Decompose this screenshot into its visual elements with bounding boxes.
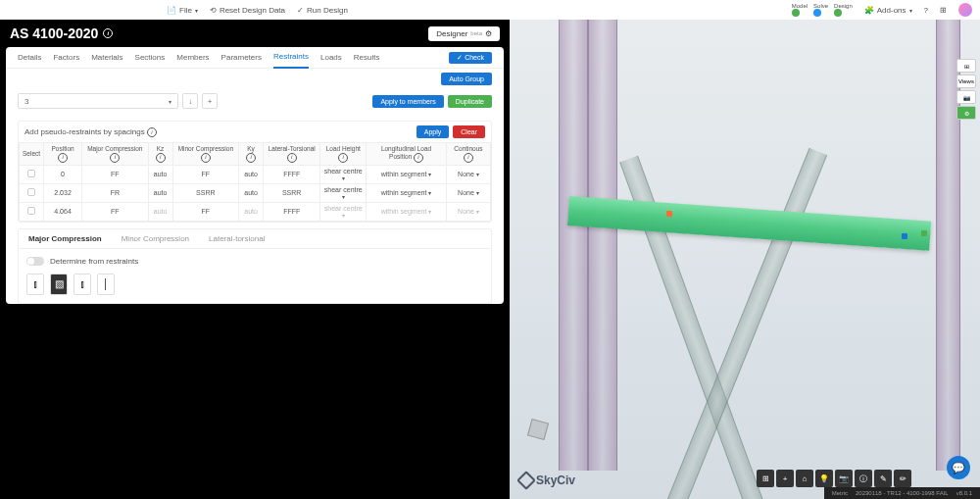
tab-results[interactable]: Results bbox=[354, 47, 380, 68]
cell-llp[interactable]: within segment ▾ bbox=[367, 183, 447, 202]
col-position: Position i bbox=[44, 143, 82, 166]
cell-lt[interactable]: SSRR bbox=[264, 183, 320, 202]
cell-major[interactable]: FF bbox=[82, 165, 149, 183]
apps-icon[interactable]: ⊞ bbox=[940, 6, 947, 15]
cell-ky[interactable]: auto bbox=[239, 165, 264, 183]
cell-major[interactable]: FR bbox=[82, 183, 149, 202]
tab-materials[interactable]: Materials bbox=[91, 47, 122, 68]
info-icon[interactable]: i bbox=[103, 28, 113, 38]
version-label: v8.0.1 bbox=[956, 490, 972, 496]
cell-kz[interactable]: auto bbox=[148, 202, 172, 221]
row-checkbox[interactable] bbox=[20, 183, 44, 202]
member-select[interactable]: 3▾ bbox=[18, 93, 178, 109]
cell-position[interactable]: 0 bbox=[44, 165, 82, 183]
col-select: Select bbox=[20, 143, 44, 166]
top-menubar: 📄File▾ ⟲Reset Design Data ✓Run Design Mo… bbox=[0, 0, 980, 20]
restraints-table: Select Position i Major Compression i Kz… bbox=[19, 142, 491, 222]
restraint-type-3[interactable]: ⫿ bbox=[74, 274, 91, 295]
selected-beam[interactable] bbox=[567, 196, 931, 251]
tab-restraints[interactable]: Restraints bbox=[273, 46, 309, 69]
cell-cont[interactable]: None ▾ bbox=[446, 202, 490, 221]
duplicate-button[interactable]: Duplicate bbox=[448, 95, 492, 108]
units-label[interactable]: Metric bbox=[832, 490, 848, 496]
vp-tool-7[interactable]: ✎ bbox=[874, 470, 892, 487]
row-checkbox[interactable] bbox=[20, 165, 44, 183]
spacing-label: Add pseudo-restraints by spacings i bbox=[24, 127, 413, 137]
tab-members[interactable]: Members bbox=[176, 47, 209, 68]
cell-lh[interactable]: shear centre ▾ bbox=[320, 165, 367, 183]
cell-minor[interactable]: SSRR bbox=[172, 183, 239, 202]
cell-major[interactable]: FF bbox=[82, 202, 149, 221]
add-button[interactable]: + bbox=[202, 93, 218, 109]
main-tabs: Details Factors Materials Sections Membe… bbox=[6, 47, 504, 69]
3d-viewport[interactable]: ⊞ Views 📷 ⚙ SkyCiv ⊞ + ⌂ 💡 📷 ⓘ ✎ ✏ 💬 Met… bbox=[510, 20, 980, 499]
vp-expand-icon[interactable]: ⊞ bbox=[956, 59, 976, 73]
cell-llp[interactable]: within segment ▾ bbox=[367, 165, 447, 183]
info-icon[interactable]: i bbox=[147, 127, 157, 137]
cell-lh[interactable]: shear centre ▾ bbox=[320, 183, 367, 202]
vp-tool-1[interactable]: ⊞ bbox=[757, 470, 774, 487]
help-icon[interactable]: ? bbox=[924, 6, 928, 15]
restraint-type-1[interactable]: ⫿ bbox=[26, 274, 44, 295]
avatar[interactable] bbox=[958, 3, 972, 17]
cell-position[interactable]: 2.032 bbox=[44, 183, 82, 202]
vp-tool-8[interactable]: ✏ bbox=[894, 470, 911, 487]
cell-minor[interactable]: FF bbox=[172, 165, 239, 183]
vp-tool-6[interactable]: ⓘ bbox=[855, 470, 872, 487]
subtab-lt[interactable]: Lateral-torsional bbox=[199, 229, 274, 248]
tab-factors[interactable]: Factors bbox=[53, 47, 79, 68]
auto-group-button[interactable]: Auto Group bbox=[441, 73, 492, 85]
tab-sections[interactable]: Sections bbox=[135, 47, 166, 68]
file-menu[interactable]: 📄File▾ bbox=[167, 6, 198, 15]
download-button[interactable]: ↓ bbox=[182, 93, 198, 109]
check-button[interactable]: ✓ Check bbox=[449, 52, 492, 64]
tab-parameters[interactable]: Parameters bbox=[221, 47, 262, 68]
tab-loads[interactable]: Loads bbox=[320, 47, 342, 68]
cell-lt[interactable]: FFFF bbox=[264, 202, 320, 221]
chat-fab[interactable]: 💬 bbox=[947, 456, 970, 479]
tab-details[interactable]: Details bbox=[18, 47, 41, 68]
subtab-major[interactable]: Major Compression bbox=[19, 229, 112, 248]
vp-tool-4[interactable]: 💡 bbox=[815, 470, 833, 487]
axis-gizmo[interactable] bbox=[529, 421, 559, 450]
status-bar: Metric 20230118 - TR12 - 4100-1998 FAIL … bbox=[824, 487, 980, 499]
build-label: 20230118 - TR12 - 4100-1998 FAIL bbox=[856, 490, 949, 496]
cell-kz[interactable]: auto bbox=[148, 165, 172, 183]
viewport-sidebar: ⊞ Views 📷 ⚙ bbox=[956, 59, 976, 120]
apply-to-members-button[interactable]: Apply to members bbox=[372, 95, 443, 108]
row-checkbox[interactable] bbox=[20, 202, 44, 221]
clear-button[interactable]: Clear bbox=[453, 125, 485, 138]
col-ky: Ky i bbox=[239, 143, 264, 166]
solve-status: Model Solve Design bbox=[792, 3, 853, 18]
run-design[interactable]: ✓Run Design bbox=[297, 6, 348, 15]
cell-kz[interactable]: auto bbox=[148, 183, 172, 202]
col-llp: Longitudinal Load Position i bbox=[367, 143, 447, 166]
cell-ky[interactable]: auto bbox=[239, 202, 264, 221]
cell-position[interactable]: 4.064 bbox=[44, 202, 82, 221]
restraint-type-2[interactable]: ▧ bbox=[50, 274, 68, 295]
vp-settings-icon[interactable]: ⚙ bbox=[956, 106, 976, 120]
left-panel: AS 4100-2020i Designerbeta⚙ Details Fact… bbox=[0, 20, 510, 499]
cell-ky[interactable]: auto bbox=[239, 183, 264, 202]
vp-camera-icon[interactable]: 📷 bbox=[956, 90, 976, 104]
designer-dropdown[interactable]: Designerbeta⚙ bbox=[428, 26, 500, 41]
cell-minor[interactable]: FF bbox=[172, 202, 239, 221]
cell-lt[interactable]: FFFF bbox=[264, 165, 320, 183]
col-lh: Load Height i bbox=[320, 143, 367, 166]
cell-cont[interactable]: None ▾ bbox=[446, 183, 490, 202]
vp-tool-5[interactable]: 📷 bbox=[835, 470, 853, 487]
apply-button[interactable]: Apply bbox=[416, 125, 450, 138]
restraint-type-4[interactable]: │ bbox=[97, 274, 115, 295]
vp-tool-2[interactable]: + bbox=[776, 470, 794, 487]
cell-llp[interactable]: within segment ▾ bbox=[367, 202, 447, 221]
addons-menu[interactable]: 🧩Add-ons▾ bbox=[864, 6, 912, 15]
col-major: Major Compression i bbox=[82, 143, 149, 166]
cell-lh[interactable]: shear centre ▾ bbox=[320, 202, 367, 221]
col-kz: Kz i bbox=[148, 143, 172, 166]
reset-design-data[interactable]: ⟲Reset Design Data bbox=[210, 6, 285, 15]
subtab-minor[interactable]: Minor Compression bbox=[112, 229, 199, 248]
determine-toggle[interactable] bbox=[26, 257, 44, 266]
cell-cont[interactable]: None ▾ bbox=[446, 165, 490, 183]
vp-views-button[interactable]: Views bbox=[956, 75, 976, 88]
vp-tool-3[interactable]: ⌂ bbox=[796, 470, 813, 487]
